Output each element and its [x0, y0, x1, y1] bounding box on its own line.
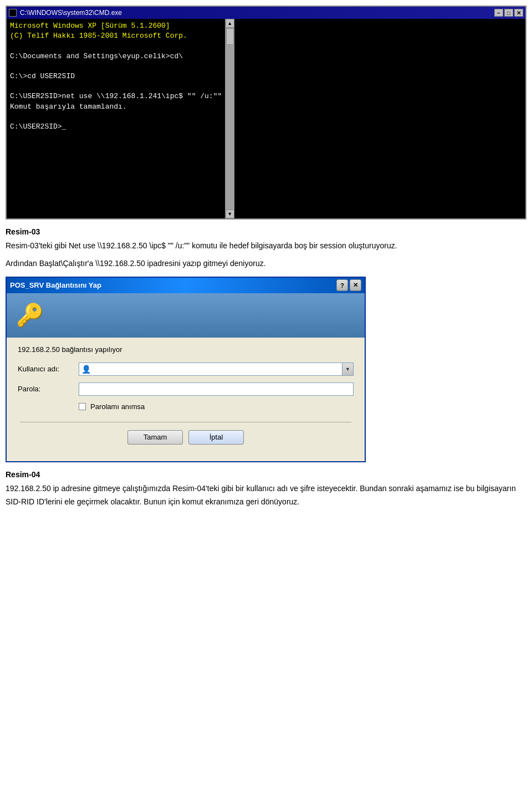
resim03-text1: Resim-03'teki gibi Net use \\192.168.2.5… — [6, 239, 526, 252]
resim04-text: 192.168.2.50 ip adresine gitmeye çalıştı… — [6, 482, 526, 509]
cmd-line-1: Microsoft Windows XP [Sürüm 5.1.2600] — [10, 21, 222, 31]
cmd-minimize-btn[interactable]: − — [494, 9, 503, 17]
cmd-scroll-down-btn[interactable]: ▼ — [226, 210, 234, 218]
cmd-title-area: C:\WINDOWS\system32\CMD.exe — [9, 9, 122, 17]
cancel-button[interactable]: İptal — [188, 430, 244, 445]
cmd-line-8: C:\USER2SID>net use \\192.168.1.241\ipc$… — [10, 91, 222, 101]
username-dropdown-btn[interactable]: ▼ — [342, 363, 353, 375]
cmd-scrollbar[interactable]: ▲ ▼ — [225, 19, 234, 218]
cmd-line-11: C:\USER2SID>_ — [10, 122, 222, 132]
cmd-line-7 — [10, 81, 222, 91]
cmd-controls: − □ ✕ — [494, 9, 523, 17]
username-label: Kullanıcı adı: — [18, 365, 79, 373]
connection-info: 192.168.2.50 bağlantısı yapılıyor — [18, 345, 354, 354]
remember-row: Parolamı anımsa — [79, 402, 354, 411]
resim03-label: Resim-03 — [6, 227, 526, 236]
remember-label: Parolamı anımsa — [90, 402, 145, 411]
dialog-title: POS_SRV Bağlantısını Yap — [10, 281, 101, 289]
pos-srv-dialog: POS_SRV Bağlantısını Yap ? ✕ 🔑 192.168.2… — [6, 277, 366, 462]
dialog-divider — [20, 422, 351, 422]
password-input[interactable] — [79, 382, 354, 396]
password-row: Parola: — [18, 382, 354, 396]
resim03-text2: Ardından Başlat\Çalıştır'a \\192.168.2.5… — [6, 257, 526, 269]
cmd-line-6: C:\>cd USER2SID — [10, 72, 222, 81]
cmd-window: C:\WINDOWS\system32\CMD.exe − □ ✕ Micros… — [6, 6, 526, 220]
cmd-titlebar: C:\WINDOWS\system32\CMD.exe − □ ✕ — [7, 7, 525, 19]
cmd-line-4: C:\Documents and Settings\eyup.celik>cd\ — [10, 52, 222, 62]
key-icon: 🔑 — [13, 299, 47, 332]
dialog-close-btn[interactable]: ✕ — [350, 279, 361, 291]
cmd-content: Microsoft Windows XP [Sürüm 5.1.2600] (C… — [7, 19, 225, 218]
cmd-line-2: (C) Telif Hakkı 1985-2001 Microsoft Corp… — [10, 31, 222, 41]
remember-checkbox[interactable] — [79, 403, 86, 410]
dialog-wrapper: POS_SRV Bağlantısını Yap ? ✕ 🔑 192.168.2… — [6, 277, 526, 462]
dialog-body: 192.168.2.50 bağlantısı yapılıyor Kullan… — [7, 338, 365, 461]
dialog-titlebar: POS_SRV Bağlantısını Yap ? ✕ — [7, 278, 365, 293]
cmd-scroll-thumb[interactable] — [226, 28, 234, 45]
cmd-line-9: Komut başarıyla tamamlandı. — [10, 102, 222, 112]
cmd-line-3 — [10, 41, 222, 51]
dialog-header-band: 🔑 — [7, 293, 365, 338]
password-label: Parola: — [18, 385, 79, 393]
cmd-line-5 — [10, 62, 222, 72]
username-input-icon: 👤 — [79, 365, 342, 374]
cmd-title-text: C:\WINDOWS\system32\CMD.exe — [20, 9, 122, 17]
cmd-maximize-btn[interactable]: □ — [504, 9, 513, 17]
cmd-app-icon — [9, 9, 17, 17]
resim04-label: Resim-04 — [6, 470, 526, 479]
dialog-buttons: Tamam İptal — [18, 425, 354, 453]
cmd-scroll-up-btn[interactable]: ▲ — [226, 19, 234, 28]
username-input[interactable]: 👤 ▼ — [79, 363, 354, 376]
cmd-scroll-track — [226, 28, 234, 210]
cmd-line-10 — [10, 112, 222, 122]
ok-button[interactable]: Tamam — [127, 430, 183, 445]
dialog-help-btn[interactable]: ? — [336, 279, 348, 291]
dialog-title-controls: ? ✕ — [336, 279, 361, 291]
cmd-close-btn[interactable]: ✕ — [514, 9, 523, 17]
username-row: Kullanıcı adı: 👤 ▼ — [18, 363, 354, 376]
